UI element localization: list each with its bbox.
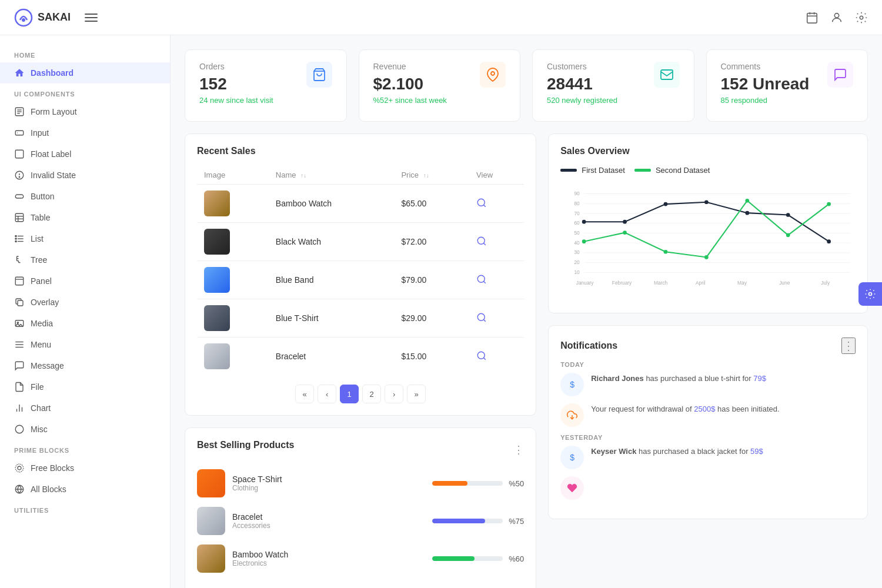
legend-first: First Dataset [560, 166, 625, 175]
product-info-bracelet: Bracelet Accessories [232, 512, 432, 530]
page-next-btn[interactable]: › [385, 385, 403, 403]
svg-point-34 [17, 322, 18, 323]
stat-card-customers: Customers 28441 520 newly registered [532, 49, 694, 122]
notif-avatar-withdrawal [560, 403, 584, 427]
sidebar-item-list[interactable]: List [0, 228, 170, 249]
product-name-bluetshirt: Blue T-Shirt [269, 299, 395, 338]
table-row: Bamboo Watch $65.00 [197, 185, 524, 223]
notif-avatar-pink [560, 476, 584, 500]
product-img-bamboo [204, 191, 230, 216]
progress-fill-bracelet [432, 519, 485, 523]
sidebar-item-form-layout[interactable]: Form Layout [0, 101, 170, 122]
app-container: SAKAI HOME Dashboard UI COMPONENTS Form … [0, 0, 882, 588]
sidebar-item-all-blocks[interactable]: All Blocks [0, 479, 170, 500]
legend-green-line [634, 169, 651, 172]
product-price-bluetshirt: $29.00 [394, 299, 469, 338]
best-selling-panel: Best Selling Products ⋮ Space T-Shirt Cl… [185, 427, 536, 588]
sidebar-item-file[interactable]: File [0, 376, 170, 397]
notif-item-richard: $ Richard Jones has purchased a blue t-s… [560, 373, 856, 396]
pagination: « ‹ 1 2 › » [197, 385, 524, 403]
svg-text:July: July [821, 280, 830, 286]
chart-point [623, 220, 627, 224]
svg-text:60: 60 [574, 220, 580, 226]
sidebar-item-panel[interactable]: Panel [0, 270, 170, 292]
col-name[interactable]: Name ↑↓ [269, 166, 395, 185]
notif-link-2500[interactable]: 2500$ [694, 405, 715, 413]
view-btn-blackwatch[interactable] [476, 236, 487, 248]
table-row: Blue T-Shirt $29.00 [197, 299, 524, 338]
sidebar-item-table[interactable]: Table [0, 207, 170, 228]
sidebar-item-menu[interactable]: Menu [0, 334, 170, 355]
view-btn-bracelet[interactable] [476, 350, 487, 363]
stat-card-customers-header: Customers 28441 520 newly registered [547, 62, 680, 105]
sidebar-item-input[interactable]: Input [0, 122, 170, 143]
svg-line-55 [484, 319, 486, 321]
svg-text:80: 80 [574, 201, 580, 206]
svg-text:70: 70 [574, 211, 580, 216]
notif-link-79[interactable]: 79$ [753, 374, 766, 383]
sidebar-home-title: HOME [0, 45, 170, 62]
product-progress-bracelet: %75 [432, 517, 524, 526]
product-name-blueband: Blue Band [269, 261, 395, 299]
sidebar-item-chart[interactable]: Chart [0, 397, 170, 419]
gear-icon[interactable] [855, 11, 868, 24]
user-icon[interactable] [830, 11, 843, 24]
sidebar-item-dashboard[interactable]: Dashboard [0, 62, 170, 83]
stat-customers-label: Customers [547, 62, 617, 71]
svg-text:50: 50 [574, 230, 580, 236]
sidebar-item-tree[interactable]: Tree [0, 249, 170, 270]
col-view: View [469, 166, 524, 185]
svg-point-48 [477, 199, 485, 206]
stats-row: Orders 152 24 new since last visit Reven… [185, 49, 868, 122]
sidebar-file-label: File [31, 382, 44, 392]
heart-icon [567, 483, 577, 493]
col-image: Image [197, 166, 269, 185]
page-prev-btn[interactable]: ‹ [318, 385, 336, 403]
best-selling-title: Best Selling Products [197, 440, 294, 450]
tree-icon [14, 255, 25, 265]
topbar-icons [806, 11, 868, 24]
svg-line-49 [484, 205, 486, 206]
notif-link-59[interactable]: 59$ [750, 447, 763, 456]
sidebar-item-message[interactable]: Message [0, 355, 170, 376]
svg-line-53 [484, 281, 486, 283]
invalid-icon [14, 170, 25, 181]
sidebar-item-button[interactable]: Button [0, 186, 170, 207]
sidebar-item-float-label[interactable]: Float Label [0, 143, 170, 165]
sidebar-misc-label: Misc [31, 425, 48, 434]
file-icon [14, 382, 25, 392]
hamburger-button[interactable] [85, 14, 98, 22]
progress-fill-bamboo [432, 556, 475, 561]
legend-dark-line [560, 169, 577, 172]
chart-point-green [786, 233, 790, 237]
product-price-blueband: $79.00 [394, 261, 469, 299]
view-btn-blueband[interactable] [476, 274, 487, 286]
sidebar-item-misc[interactable]: Misc [0, 419, 170, 440]
button-icon [14, 191, 25, 202]
sidebar-item-media[interactable]: Media [0, 313, 170, 334]
page-2-btn[interactable]: 2 [362, 385, 381, 403]
best-selling-more-btn[interactable]: ⋮ [513, 443, 524, 456]
sidebar-all-blocks-label: All Blocks [31, 485, 66, 494]
notif-avatar-richard: $ [560, 373, 584, 396]
stat-revenue-value: $2.100 [373, 75, 447, 93]
stat-customers-value: 28441 [547, 75, 617, 93]
notif-item-pink [560, 476, 856, 500]
sidebar-item-overlay[interactable]: Overlay [0, 292, 170, 313]
notifications-more-btn[interactable]: ⋮ [841, 338, 856, 354]
sidebar-item-free-blocks[interactable]: Free Blocks [0, 457, 170, 479]
page-last-btn[interactable]: » [407, 385, 426, 403]
calendar-icon[interactable] [806, 11, 818, 24]
mail-icon [660, 68, 674, 82]
gear-float-button[interactable] [858, 282, 882, 306]
page-1-btn[interactable]: 1 [340, 385, 359, 403]
col-price[interactable]: Price ↑↓ [394, 166, 469, 185]
view-btn-bluetshirt[interactable] [476, 312, 487, 325]
page-first-btn[interactable]: « [295, 385, 314, 403]
view-btn-bamboo[interactable] [476, 198, 487, 210]
notifications-panel: Notifications ⋮ TODAY $ Richard Jones ha… [548, 325, 868, 519]
table-row: Blue Band $79.00 [197, 261, 524, 299]
sidebar-item-invalid-state[interactable]: Invalid State [0, 165, 170, 186]
progress-label-bamboo: %60 [509, 554, 524, 563]
product-progress-tshirt: %50 [432, 479, 524, 488]
